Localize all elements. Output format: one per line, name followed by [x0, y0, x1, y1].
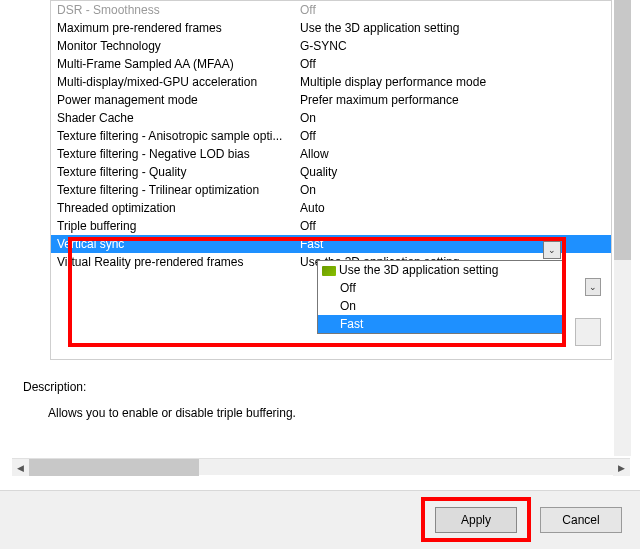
- chevron-down-icon: ⌄: [548, 245, 556, 255]
- setting-name: Multi-Frame Sampled AA (MFAA): [51, 55, 296, 73]
- dropdown-option[interactable]: Use the 3D application setting: [318, 261, 562, 279]
- vertical-sync-dropdown-list[interactable]: Use the 3D application settingOffOnFast: [317, 260, 563, 334]
- setting-value: On: [296, 181, 611, 199]
- setting-name: DSR - Smoothness: [51, 1, 296, 19]
- setting-name: Monitor Technology: [51, 37, 296, 55]
- setting-name: Texture filtering - Negative LOD bias: [51, 145, 296, 163]
- dropdown-option[interactable]: Fast: [318, 315, 562, 333]
- setting-value: Multiple display performance mode: [296, 73, 611, 91]
- setting-name: Maximum pre-rendered frames: [51, 19, 296, 37]
- setting-row[interactable]: Maximum pre-rendered framesUse the 3D ap…: [51, 19, 611, 37]
- setting-name: Power management mode: [51, 91, 296, 109]
- description-label: Description:: [23, 380, 86, 394]
- setting-value: G-SYNC: [296, 37, 611, 55]
- scroll-thumb[interactable]: [29, 459, 199, 476]
- setting-name: Texture filtering - Trilinear optimizati…: [51, 181, 296, 199]
- inner-scroll-corner: [575, 318, 601, 346]
- cancel-button[interactable]: Cancel: [540, 507, 622, 533]
- setting-value: Quality: [296, 163, 611, 181]
- setting-name: Vertical sync: [51, 235, 296, 253]
- setting-row[interactable]: Texture filtering - Trilinear optimizati…: [51, 181, 611, 199]
- setting-value: Prefer maximum performance: [296, 91, 611, 109]
- setting-value: Off: [296, 217, 611, 235]
- setting-value: On: [296, 109, 611, 127]
- setting-row[interactable]: Multi-display/mixed-GPU accelerationMult…: [51, 73, 611, 91]
- horizontal-scrollbar[interactable]: ◀ ▶: [12, 458, 630, 475]
- settings-container: DSR - SmoothnessOffMaximum pre-rendered …: [12, 0, 622, 460]
- setting-value: Off: [296, 1, 611, 19]
- setting-name: Texture filtering - Quality: [51, 163, 296, 181]
- setting-row[interactable]: DSR - SmoothnessOff: [51, 1, 611, 19]
- setting-row[interactable]: Texture filtering - Negative LOD biasAll…: [51, 145, 611, 163]
- description-text: Allows you to enable or disable triple b…: [48, 406, 296, 420]
- setting-row[interactable]: Threaded optimizationAuto: [51, 199, 611, 217]
- nvidia-logo-icon: [322, 266, 336, 276]
- apply-button[interactable]: Apply: [435, 507, 517, 533]
- setting-name: Shader Cache: [51, 109, 296, 127]
- setting-row[interactable]: Triple bufferingOff: [51, 217, 611, 235]
- setting-value: Off: [296, 55, 611, 73]
- setting-name: Multi-display/mixed-GPU acceleration: [51, 73, 296, 91]
- setting-name: Virtual Reality pre-rendered frames: [51, 253, 296, 271]
- dropdown-option[interactable]: Off: [318, 279, 562, 297]
- dropdown-option-label: Use the 3D application setting: [339, 263, 498, 277]
- dropdown-option[interactable]: On: [318, 297, 562, 315]
- setting-row[interactable]: Monitor TechnologyG-SYNC: [51, 37, 611, 55]
- scroll-right-button[interactable]: ▶: [613, 459, 630, 476]
- setting-name: Triple buffering: [51, 217, 296, 235]
- setting-row[interactable]: Texture filtering - Anisotropic sample o…: [51, 127, 611, 145]
- vertical-sync-dropdown-button[interactable]: ⌄: [543, 241, 561, 259]
- setting-row[interactable]: Power management modePrefer maximum perf…: [51, 91, 611, 109]
- setting-value: Auto: [296, 199, 611, 217]
- setting-value: Off: [296, 127, 611, 145]
- setting-name: Texture filtering - Anisotropic sample o…: [51, 127, 296, 145]
- setting-row[interactable]: Shader CacheOn: [51, 109, 611, 127]
- button-bar: Apply Cancel: [0, 490, 640, 549]
- scroll-track[interactable]: [29, 459, 613, 475]
- setting-value: Use the 3D application setting: [296, 19, 611, 37]
- scroll-left-button[interactable]: ◀: [12, 459, 29, 476]
- inner-scroll-down-button[interactable]: ⌄: [585, 278, 601, 296]
- setting-value: Allow: [296, 145, 611, 163]
- setting-row[interactable]: Vertical syncFast: [51, 235, 611, 253]
- setting-row[interactable]: Multi-Frame Sampled AA (MFAA)Off: [51, 55, 611, 73]
- setting-name: Threaded optimization: [51, 199, 296, 217]
- setting-value: Fast: [296, 235, 611, 253]
- setting-row[interactable]: Texture filtering - QualityQuality: [51, 163, 611, 181]
